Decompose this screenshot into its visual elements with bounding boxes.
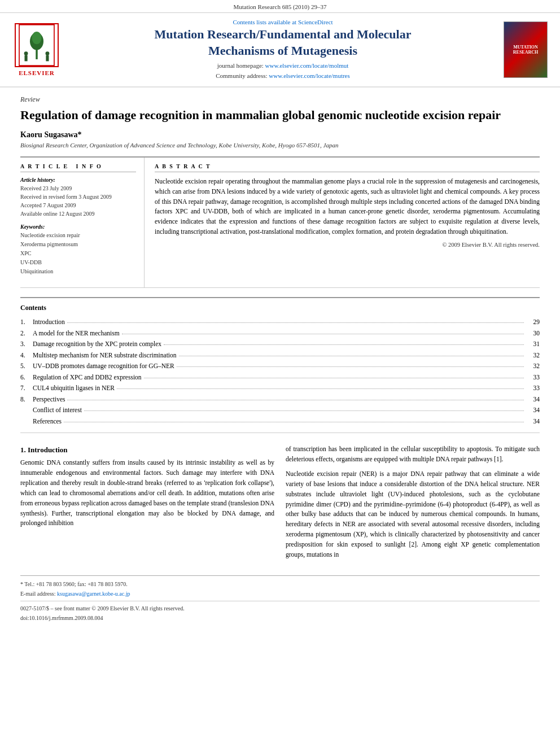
toc-num: 3. [20, 339, 33, 350]
toc-title: A model for the NER mechanism 30 [33, 328, 540, 339]
svg-point-3 [32, 32, 41, 44]
toc-title-text: References [33, 416, 62, 427]
toc-page: 34 [526, 416, 540, 427]
journal-citation: Mutation Research 685 (2010) 29–37 [0, 0, 560, 13]
section-label: Review [20, 95, 540, 104]
intro-para2: of transcription has been implicated in … [286, 444, 540, 465]
toc-title: Perspectives 34 [33, 394, 540, 405]
keyword-2: Xeroderma pigmentosum [20, 240, 136, 249]
toc-title: CUL4 ubiquitin ligases in NER 33 [33, 383, 540, 394]
toc-dots [164, 339, 524, 346]
toc-page: 32 [526, 361, 540, 372]
journal-cover-image: MUTATION RESEARCH [504, 21, 548, 78]
history-label: Article history: [20, 177, 136, 183]
abstract-col: A B S T R A C T Nucleotide excision repa… [145, 158, 540, 287]
toc-title: References 34 [33, 416, 540, 427]
toc-page: 33 [526, 383, 540, 394]
article-info-header: A R T I C L E I N F O [20, 163, 136, 172]
toc-title: Introduction 29 [33, 317, 540, 328]
intro-para1: Genomic DNA constantly suffers from insu… [20, 458, 274, 528]
keywords-list: Nucleotide excision repair Xeroderma pig… [20, 231, 136, 276]
available-date: Available online 12 August 2009 [20, 209, 136, 218]
svg-rect-1 [36, 49, 37, 59]
toc-title-text: Regulation of XPC and DDB2 expression [33, 372, 142, 383]
toc-num: 1. [20, 317, 33, 328]
journal-name-line2: Mechanisms of Mutagenesis [208, 43, 357, 58]
toc-page: 32 [526, 350, 540, 361]
toc-num: 8. [20, 394, 33, 405]
svg-rect-5 [24, 55, 27, 61]
toc-title-text: Multistep mechanism for NER substrate di… [33, 350, 177, 361]
toc-page: 34 [526, 405, 540, 416]
toc-item: 3. Damage recognition by the XPC protein… [20, 339, 540, 350]
community-label: Community address: [216, 72, 267, 79]
issn-line: 0027-5107/$ – see front matter © 2009 El… [20, 604, 540, 613]
toc-dots [67, 394, 524, 400]
toc-dots [84, 405, 524, 412]
toc-title: Multistep mechanism for NER substrate di… [33, 350, 540, 361]
toc-num: 6. [20, 372, 33, 383]
toc-dots [117, 383, 524, 390]
body-right-col: of transcription has been implicated in … [286, 444, 540, 564]
homepage-label: journal homepage: [217, 62, 264, 69]
toc-item: 1. Introduction 29 [20, 317, 540, 328]
email-label: E-mail address: [20, 591, 55, 597]
community-link[interactable]: www.elsevier.com/locate/mutres [269, 72, 349, 79]
toc-item: 2. A model for the NER mechanism 30 [20, 328, 540, 339]
sciencedirect-line: Contents lists available at ScienceDirec… [72, 19, 493, 25]
toc-dots [177, 361, 524, 368]
accepted-date: Accepted 7 August 2009 [20, 201, 136, 209]
toc-dots [122, 327, 524, 334]
toc-item: References 34 [20, 416, 540, 427]
keyword-5: Ubiquitination [20, 267, 136, 276]
keyword-1: Nucleotide excision repair [20, 231, 136, 240]
toc-num: 7. [20, 383, 33, 394]
svg-rect-7 [46, 55, 49, 61]
homepage-link[interactable]: www.elsevier.com/locate/molmut [265, 62, 349, 69]
toc-title-text: CUL4 ubiquitin ligases in NER [33, 383, 115, 394]
toc-item: 4. Multistep mechanism for NER substrate… [20, 350, 540, 361]
toc-title: UV–DDB promotes damage recognition for G… [33, 361, 540, 372]
article-title: Regulation of damage recognition in mamm… [20, 107, 540, 124]
elsevier-wordmark: ELSEVIER [19, 69, 55, 76]
toc-page: 31 [526, 339, 540, 350]
journal-header: ELSEVIER Contents lists available at Sci… [0, 13, 560, 88]
keyword-4: UV-DDB [20, 258, 136, 267]
email-link[interactable]: ksugasawa@garnet.kobe-u.ac.jp [57, 591, 130, 597]
toc-item: 8. Perspectives 34 [20, 394, 540, 405]
contents-header: Contents [20, 304, 540, 312]
cover-text: MUTATION RESEARCH [504, 45, 547, 55]
toc-title-text: Perspectives [33, 394, 65, 405]
journal-name: Mutation Research/Fundamental and Molecu… [72, 27, 493, 59]
journal-cover: MUTATION RESEARCH [504, 21, 549, 78]
citation-text: Mutation Research 685 (2010) 29–37 [234, 3, 327, 10]
toc-title-text: A model for the NER mechanism [33, 328, 120, 339]
toc-title-text: Conflict of interest [33, 405, 82, 416]
toc-item: 7. CUL4 ubiquitin ligases in NER 33 [20, 383, 540, 394]
toc-dots [64, 416, 524, 422]
keyword-3: XPC [20, 249, 136, 258]
body-section: 1. Introduction Genomic DNA constantly s… [20, 444, 540, 564]
toc-title-text: Introduction [33, 317, 65, 328]
abstract-header: A B S T R A C T [155, 163, 540, 172]
toc-page: 34 [526, 394, 540, 405]
keywords-group: Keywords: Nucleotide excision repair Xer… [20, 224, 136, 276]
email-line: E-mail address: ksugasawa@garnet.kobe-u.… [20, 589, 540, 599]
sciencedirect-link[interactable]: ScienceDirect [298, 19, 333, 25]
toc-item: 5. UV–DDB promotes damage recognition fo… [20, 361, 540, 372]
toc-page: 29 [526, 317, 540, 328]
abstract-text: Nucleotide excision repair operating thr… [155, 177, 540, 237]
footer-notes: * Tel.: +81 78 803 5960; fax: +81 78 803… [20, 575, 540, 623]
toc-num: 2. [20, 328, 33, 339]
toc-num: 5. [20, 361, 33, 372]
keywords-label: Keywords: [20, 224, 136, 230]
toc-item: Conflict of interest 34 [20, 405, 540, 416]
toc-dots [144, 372, 524, 378]
svg-point-6 [45, 51, 49, 55]
toc-title-text: Damage recognition by the XPC protein co… [33, 339, 161, 350]
journal-name-line1: Mutation Research/Fundamental and Molecu… [155, 27, 412, 41]
journal-links: journal homepage: www.elsevier.com/locat… [72, 61, 493, 81]
toc-num: 4. [20, 350, 33, 361]
received-date: Received 23 July 2009 [20, 184, 136, 193]
author-affiliation: Biosignal Research Center, Organization … [20, 142, 540, 148]
